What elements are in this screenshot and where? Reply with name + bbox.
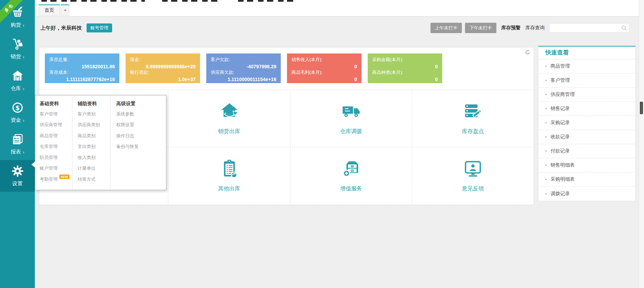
bullet-square-icon bbox=[545, 80, 547, 81]
bullet-square-icon bbox=[545, 150, 547, 152]
sidebar-item-label: 报表 bbox=[11, 149, 21, 155]
caret-down-icon bbox=[64, 10, 67, 13]
bullet-square-icon bbox=[545, 122, 547, 123]
stat-card-purchase-month: 采购金额(本月):0 商品种类(本月):0 bbox=[368, 53, 442, 83]
refresh-icon[interactable] bbox=[525, 50, 530, 55]
menu-item[interactable]: 仓库管理 bbox=[40, 141, 72, 152]
stat-card-sales-month: 销售收入(本月):0 商品毛利(本月):0 bbox=[287, 53, 361, 83]
popup-arrow-left-icon bbox=[31, 161, 36, 168]
shortcut-warehouse-transfer[interactable]: 仓库调拨 bbox=[290, 90, 412, 147]
sidebar-item-label: 资金 bbox=[11, 117, 21, 123]
cabinet-plus-icon bbox=[342, 159, 360, 179]
menu-item[interactable]: 结算方式 bbox=[78, 174, 110, 185]
sidebar-item-label: 仓库 bbox=[11, 85, 21, 92]
clipped-header-text bbox=[162, 0, 221, 2]
stocktake-icon bbox=[464, 102, 482, 122]
quick-view-item[interactable]: 调拨记录 bbox=[538, 187, 635, 201]
scrollbar-thumb[interactable] bbox=[640, 102, 643, 114]
menu-item[interactable]: 支出类别 bbox=[78, 141, 110, 152]
menu-item[interactable]: 账户管理 bbox=[40, 163, 72, 174]
quick-view-item[interactable]: 采购明细表 bbox=[538, 172, 635, 187]
bullet-square-icon bbox=[545, 66, 547, 67]
tab-dropdown[interactable] bbox=[61, 4, 69, 16]
afternoon-punch-button[interactable]: 下午未打卡 bbox=[465, 23, 496, 33]
menu-item[interactable]: 权限设置 bbox=[116, 120, 166, 131]
shortcut-other-outbound[interactable]: 其他出库 bbox=[168, 147, 290, 205]
app-window: 多仓 购货› 销货› 仓库› bbox=[0, 0, 644, 288]
greeting-row: 上午好，米辰科技 账号管理 上午未打卡 下午未打卡 库存预警 库存查询 bbox=[40, 23, 630, 33]
chevron-right-icon: › bbox=[23, 118, 24, 123]
gear-icon bbox=[11, 165, 24, 177]
menu-item[interactable]: 商品管理 bbox=[40, 130, 72, 141]
menu-item[interactable]: 商品类别 bbox=[78, 130, 110, 141]
menu-item[interactable]: 操作日志 bbox=[116, 130, 166, 141]
menu-item[interactable]: 供应商管理 bbox=[40, 120, 72, 131]
menu-item[interactable]: 备份与恢复 bbox=[116, 141, 166, 152]
settings-menu-column-auxiliary: 辅助资料 客户类别 供应商类别 商品类别 支出类别 收入类别 计量单位 结算方式 bbox=[72, 96, 110, 190]
menu-item[interactable]: 系统参数 bbox=[116, 109, 166, 120]
clipboard-refresh-icon bbox=[220, 159, 239, 179]
sidebar-item-label: 购货 bbox=[11, 22, 21, 28]
quick-view-item[interactable]: 付款记录 bbox=[538, 144, 635, 158]
bullet-square-icon bbox=[545, 136, 547, 138]
shortcut-feedback[interactable]: 意见反馈 bbox=[412, 147, 534, 205]
sidebar-item-sales[interactable]: 销货› bbox=[0, 33, 35, 65]
feedback-monitor-icon bbox=[464, 159, 482, 179]
content-area: 上午好，米辰科技 账号管理 上午未打卡 下午未打卡 库存预警 库存查询 库存总量… bbox=[35, 17, 644, 288]
stat-card-inventory: 库存总量:1551820011.86 库存成本:1.1111162877762e… bbox=[45, 53, 119, 83]
menu-item[interactable]: 客户管理 bbox=[40, 109, 72, 120]
menu-item[interactable]: 考勤管理NEW bbox=[40, 174, 72, 185]
search-input[interactable] bbox=[549, 26, 621, 31]
account-manage-button[interactable]: 账号管理 bbox=[87, 23, 112, 32]
shortcut-sales-outbound[interactable]: 销货出库 bbox=[168, 90, 290, 147]
vertical-scrollbar bbox=[639, 0, 644, 288]
stock-warning-link[interactable]: 库存预警 bbox=[501, 25, 521, 31]
report-icon bbox=[11, 133, 24, 146]
morning-punch-button[interactable]: 上午未打卡 bbox=[430, 23, 462, 33]
tab-home[interactable]: 首页 bbox=[39, 4, 60, 16]
sidebar-item-funds[interactable]: $ 资金› bbox=[0, 97, 35, 128]
quick-view-list: 商品管理 客户管理 供应商管理 销售记录 采购记录 收款记录 付款记录 销售明细… bbox=[538, 59, 635, 201]
settings-menu-popup: 基础资料 客户管理 供应商管理 商品管理 仓库管理 职员管理 账户管理 考勤管理… bbox=[35, 95, 167, 190]
stock-query-link[interactable]: 库存查询 bbox=[525, 25, 545, 31]
sidebar-item-warehouse[interactable]: 仓库› bbox=[0, 65, 35, 97]
header-actions: 上午未打卡 下午未打卡 库存预警 库存查询 bbox=[427, 23, 630, 33]
shortcut-stocktaking[interactable]: 库存盘点 bbox=[412, 90, 534, 147]
clipped-header-text bbox=[41, 0, 145, 2]
chevron-right-icon: › bbox=[23, 150, 24, 155]
stat-card-receivable: 客户欠款:-40797998.29 供应商欠款:1.1110000011154e… bbox=[206, 53, 281, 83]
quick-view-item[interactable]: 商品管理 bbox=[538, 59, 635, 73]
greeting-text: 上午好，米辰科技 bbox=[40, 25, 82, 31]
coin-icon: $ bbox=[11, 101, 24, 114]
quick-view-item[interactable]: 销售明细表 bbox=[538, 158, 635, 172]
truck-icon bbox=[342, 102, 360, 122]
stat-card-cash: 现金:9.9999999999986e+20 银行存款:1.0e+37 bbox=[126, 53, 200, 83]
quick-view-item[interactable]: 销售记录 bbox=[538, 102, 635, 116]
sidebar: 多仓 购货› 销货› 仓库› bbox=[0, 0, 35, 288]
quick-view-item[interactable]: 客户管理 bbox=[538, 73, 635, 88]
quick-view-item[interactable]: 采购记录 bbox=[538, 116, 635, 130]
bullet-square-icon bbox=[545, 179, 547, 180]
quick-view-panel: 快速查看 商品管理 客户管理 供应商管理 销售记录 采购记录 收款记录 付款记录… bbox=[538, 46, 636, 201]
tab-bar: 首页 bbox=[35, 0, 639, 17]
chevron-right-icon: › bbox=[23, 54, 24, 59]
house-arrow-icon bbox=[220, 102, 239, 122]
sidebar-nav: 购货› 销货› 仓库› $ 资金› bbox=[0, 1, 35, 192]
settings-menu-column-advanced: 高级设置 系统参数 权限设置 操作日志 备份与恢复 bbox=[110, 96, 166, 190]
quick-view-item[interactable]: 供应商管理 bbox=[538, 88, 635, 102]
shortcut-value-added-services[interactable]: 增值服务 bbox=[290, 147, 412, 205]
menu-item[interactable]: 供应商类别 bbox=[78, 120, 110, 131]
sidebar-item-settings[interactable]: 设置 bbox=[0, 160, 35, 192]
chevron-right-icon: › bbox=[23, 23, 24, 28]
bullet-square-icon bbox=[545, 94, 547, 95]
menu-item[interactable]: 收入类别 bbox=[78, 152, 110, 163]
quick-view-item[interactable]: 收款记录 bbox=[538, 130, 635, 144]
bullet-square-icon bbox=[545, 193, 547, 195]
bullet-square-icon bbox=[545, 108, 547, 109]
search-icon bbox=[621, 25, 627, 31]
menu-item[interactable]: 职员管理 bbox=[40, 152, 72, 163]
bullet-square-icon bbox=[545, 165, 547, 166]
sidebar-item-reports[interactable]: 报表› bbox=[0, 128, 35, 160]
menu-item[interactable]: 客户类别 bbox=[78, 109, 110, 120]
menu-item[interactable]: 计量单位 bbox=[78, 163, 110, 174]
